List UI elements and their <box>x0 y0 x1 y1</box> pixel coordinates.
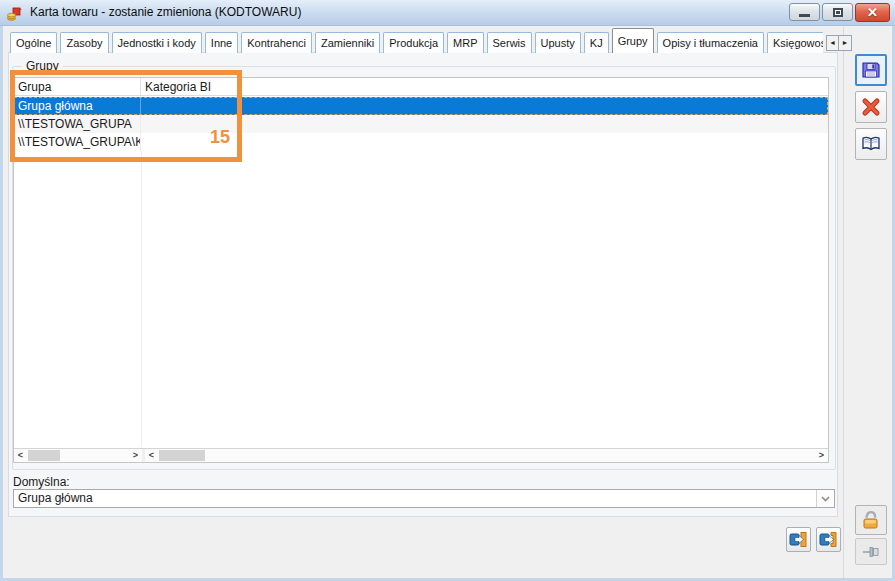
help-book-button[interactable] <box>855 128 887 160</box>
maximize-button[interactable] <box>822 3 853 21</box>
cell-kategoria-bi <box>141 115 828 133</box>
move-to-group-alt-button[interactable] <box>816 527 841 552</box>
table-row-selected[interactable]: Grupa główna <box>14 97 828 115</box>
tab-grupy[interactable]: Grupy <box>612 28 654 53</box>
close-icon: ✕ <box>867 6 878 19</box>
tab-kontrahenci[interactable]: Kontrahenci <box>241 32 312 53</box>
tab-upusty[interactable]: Upusty <box>535 32 581 53</box>
combobox-dropdown-button[interactable] <box>816 490 834 507</box>
window-border-left <box>0 26 3 581</box>
tab-kj[interactable]: KJ <box>584 32 609 53</box>
tab-scroll-buttons: ◄ ► <box>826 35 852 51</box>
grupy-groupbox-label: Grupy <box>22 59 63 73</box>
grid-scrollbar-area: < > < > <box>14 448 828 462</box>
move-to-group-icon <box>789 530 808 549</box>
move-to-group-open-icon <box>819 530 838 549</box>
minimize-button[interactable] <box>789 3 820 21</box>
scrollbar-track[interactable] <box>27 449 129 462</box>
cell-grupa: \\TESTOWA_GRUPA\KOL <box>14 133 141 151</box>
close-button[interactable]: ✕ <box>855 3 890 22</box>
tab-ksiegowosc[interactable]: Księgowość <box>767 32 823 53</box>
tab-serwis[interactable]: Serwis <box>487 32 532 53</box>
column-header-kategoria-bi[interactable]: Kategoria BI <box>141 78 828 95</box>
column-header-grupa[interactable]: Grupa <box>14 78 141 95</box>
app-window: Karta towaru - zostanie zmieniona (KODTO… <box>0 0 895 581</box>
scroll-right-icon[interactable]: > <box>129 449 142 462</box>
grid-header: Grupa Kategoria BI <box>14 78 828 96</box>
pushpin-button[interactable] <box>855 538 887 565</box>
right-pane-hscrollbar[interactable]: < > <box>145 449 828 462</box>
tab-jednostki-i-kody[interactable]: Jednostki i kody <box>112 32 202 53</box>
cell-grupa: \\TESTOWA_GRUPA <box>14 115 141 133</box>
scroll-left-icon[interactable]: < <box>145 449 158 462</box>
scrollbar-thumb[interactable] <box>159 450 205 461</box>
product-card-icon <box>7 5 23 21</box>
toolbar-separator <box>843 27 844 578</box>
table-row[interactable]: \\TESTOWA_GRUPA\KOL <box>14 133 828 151</box>
unlocked-padlock-icon <box>860 509 882 531</box>
scroll-left-icon[interactable]: < <box>14 449 27 462</box>
minimize-icon <box>799 14 810 17</box>
tab-produkcja[interactable]: Produkcja <box>383 32 444 53</box>
chevron-down-icon <box>821 496 830 502</box>
cancel-x-icon <box>861 97 881 117</box>
scrollbar-thumb[interactable] <box>28 450 60 461</box>
cancel-button[interactable] <box>855 91 887 123</box>
move-to-group-button[interactable] <box>786 527 811 552</box>
tab-zamienniki[interactable]: Zamienniki <box>315 32 380 53</box>
column-divider <box>141 151 142 447</box>
scroll-right-icon[interactable]: > <box>815 449 828 462</box>
combobox-value: Grupa główna <box>14 490 816 507</box>
tab-ogolne[interactable]: Ogólne <box>10 32 57 53</box>
left-pane-hscrollbar[interactable]: < > <box>14 449 142 462</box>
cell-grupa: Grupa główna <box>14 97 141 115</box>
domyslna-label: Domyślna: <box>13 475 70 489</box>
tab-scroll-left-icon[interactable]: ◄ <box>826 35 839 51</box>
maximize-icon <box>833 8 843 17</box>
title-bar: Karta towaru - zostanie zmieniona (KODTO… <box>0 0 895 26</box>
tab-scroll-right-icon[interactable]: ► <box>839 35 852 51</box>
tab-inne[interactable]: Inne <box>205 32 238 53</box>
pushpin-icon <box>861 542 881 562</box>
tab-zasoby[interactable]: Zasoby <box>60 32 108 53</box>
default-group-combobox[interactable]: Grupa główna <box>13 489 835 508</box>
window-title: Karta towaru - zostanie zmieniona (KODTO… <box>30 0 301 25</box>
save-button[interactable] <box>855 54 887 86</box>
scrollbar-track[interactable] <box>158 449 815 462</box>
groups-grid: Grupa Kategoria BI Grupa główna \\TESTOW… <box>13 77 829 463</box>
cell-kategoria-bi <box>141 133 828 151</box>
save-floppy-icon <box>861 60 881 80</box>
cell-kategoria-bi <box>141 97 828 115</box>
tab-opisy-i-tlumaczenia[interactable]: Opisy i tłumaczenia <box>657 32 764 53</box>
tab-strip: Ogólne Zasoby Jednostki i kody Inne Kont… <box>10 28 823 53</box>
open-book-icon <box>861 134 881 154</box>
table-row[interactable]: \\TESTOWA_GRUPA <box>14 115 828 133</box>
tab-mrp[interactable]: MRP <box>447 32 483 53</box>
unlocked-padlock-button[interactable] <box>855 505 887 535</box>
